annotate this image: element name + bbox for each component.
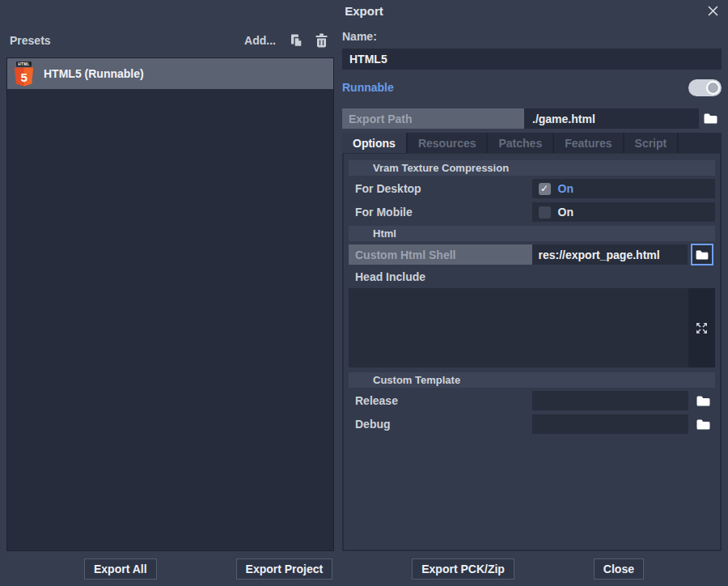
html5-logo-icon: HTML 5 <box>13 62 35 87</box>
dialog-content: Presets Add... <box>0 21 728 551</box>
section-html[interactable]: Html <box>349 226 715 241</box>
debug-input[interactable] <box>532 414 689 434</box>
head-include-label: Head Include <box>349 270 715 284</box>
for-desktop-value: ✓ On <box>532 179 716 198</box>
head-include-editor <box>349 288 715 367</box>
release-browse-button[interactable] <box>691 391 715 410</box>
folder-icon <box>696 250 709 260</box>
section-vram-texture-compression[interactable]: Vram Texture Compression <box>349 160 715 176</box>
for-mobile-on-label: On <box>558 206 574 219</box>
tab-options[interactable]: Options <box>342 133 408 153</box>
tab-script[interactable]: Script <box>624 133 679 153</box>
delete-preset-button[interactable] <box>313 32 329 49</box>
custom-html-shell-input[interactable] <box>532 244 688 265</box>
head-include-textarea[interactable] <box>349 288 688 367</box>
copy-icon <box>290 33 304 48</box>
custom-html-shell-browse-button[interactable] <box>691 244 713 265</box>
export-pck-zip-button[interactable]: Export PCK/Zip <box>412 558 514 580</box>
for-mobile-label: For Mobile <box>349 202 532 222</box>
export-dialog: Export Presets Add... <box>0 0 728 586</box>
debug-label: Debug <box>349 414 532 434</box>
preset-item-html5[interactable]: HTML 5 HTML5 (Runnable) <box>7 58 333 89</box>
for-desktop-label: For Desktop <box>349 179 532 198</box>
export-path-row: Export Path <box>342 108 722 129</box>
property-row-debug: Debug <box>349 414 715 434</box>
expand-editor-button[interactable] <box>688 288 715 367</box>
presets-header: Presets Add... <box>6 21 334 51</box>
presets-label: Presets <box>10 34 244 47</box>
export-path-browse-button[interactable] <box>699 108 722 129</box>
options-panel: Vram Texture Compression For Desktop ✓ O… <box>342 153 722 551</box>
presets-panel: Presets Add... <box>6 21 334 551</box>
dialog-footer: Export All Export Project Export PCK/Zip… <box>0 551 728 586</box>
runnable-row: Runnable <box>342 77 722 98</box>
property-row-for-mobile: For Mobile On <box>349 202 715 222</box>
preset-settings-panel: Name: Runnable Export Path Option <box>342 21 722 551</box>
dialog-title: Export <box>345 4 383 18</box>
duplicate-preset-button[interactable] <box>289 32 305 49</box>
section-custom-template[interactable]: Custom Template <box>349 372 715 388</box>
folder-icon <box>696 396 710 406</box>
for-desktop-checkbox[interactable]: ✓ <box>539 183 551 195</box>
property-row-for-desktop: For Desktop ✓ On <box>349 179 715 198</box>
release-input[interactable] <box>532 391 689 410</box>
export-path-label: Export Path <box>342 108 524 129</box>
custom-html-shell-label: Custom Html Shell <box>349 244 532 265</box>
folder-icon <box>696 419 710 430</box>
runnable-label: Runnable <box>342 81 394 94</box>
runnable-toggle[interactable] <box>688 79 722 96</box>
property-row-custom-html-shell: Custom Html Shell <box>349 244 715 265</box>
add-preset-button[interactable]: Add... <box>244 34 276 47</box>
export-project-button[interactable]: Export Project <box>236 558 333 580</box>
tab-patches[interactable]: Patches <box>488 133 554 153</box>
preset-list: HTML 5 HTML5 (Runnable) <box>6 57 334 551</box>
trash-icon <box>315 33 328 48</box>
for-mobile-checkbox[interactable] <box>539 206 551 219</box>
tab-resources[interactable]: Resources <box>408 133 489 153</box>
name-label: Name: <box>342 30 722 43</box>
debug-browse-button[interactable] <box>691 414 715 434</box>
svg-text:HTML: HTML <box>18 62 29 66</box>
for-desktop-on-label: On <box>558 182 574 195</box>
for-mobile-value: On <box>532 202 716 222</box>
property-row-release: Release <box>349 391 715 410</box>
export-path-input[interactable] <box>524 108 699 129</box>
export-all-button[interactable]: Export All <box>84 558 157 580</box>
close-icon[interactable] <box>705 2 721 19</box>
preset-item-label: HTML5 (Runnable) <box>44 67 144 80</box>
release-label: Release <box>349 391 532 410</box>
name-input[interactable] <box>342 49 722 70</box>
titlebar: Export <box>0 0 728 21</box>
toggle-knob <box>706 81 720 95</box>
expand-icon <box>696 322 708 334</box>
tab-features[interactable]: Features <box>554 133 624 153</box>
svg-text:5: 5 <box>21 70 28 83</box>
folder-icon <box>704 113 717 124</box>
close-button[interactable]: Close <box>594 558 644 580</box>
tab-bar: Options Resources Patches Features Scrip… <box>342 133 722 153</box>
